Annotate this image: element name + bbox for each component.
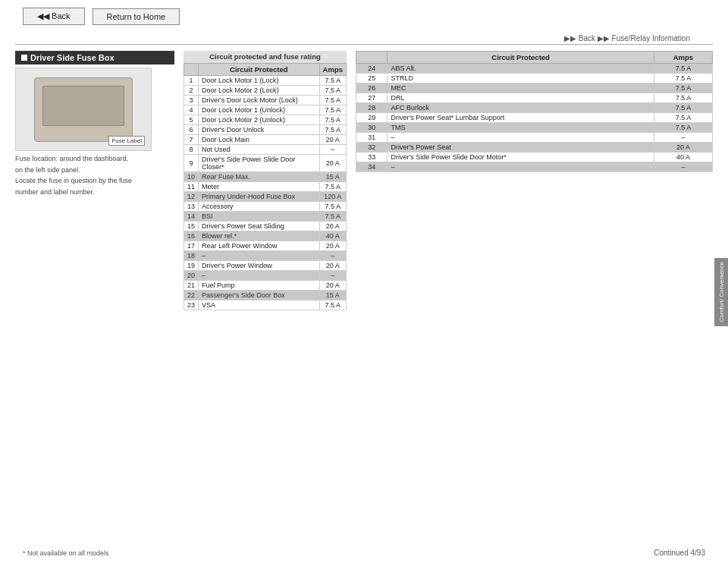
col-num-header	[184, 64, 199, 76]
row-amps: 7.5 A	[319, 212, 346, 222]
row-amps: 7.5 A	[654, 93, 712, 103]
row-amps: 7.5 A	[654, 113, 712, 123]
table-row: 1 Door Lock Motor 1 (Lock) 7.5 A	[184, 76, 347, 86]
row-num: 11	[184, 182, 199, 192]
row-circuit: VSA	[199, 300, 320, 310]
table-row: 8 Not Used –	[184, 145, 347, 155]
row-num: 1	[184, 76, 199, 86]
row-amps: 7.5 A	[319, 182, 346, 192]
row-amps: 20 A	[654, 143, 712, 153]
table-row: 5 Door Lock Motor 2 (Unlock) 7.5 A	[184, 115, 347, 125]
table-row: 20 – –	[184, 271, 347, 281]
row-num: 13	[184, 202, 199, 212]
side-tab-label: Comfort/ Convenience	[718, 262, 725, 322]
row-circuit: Driver's Power Window	[199, 261, 320, 271]
row-circuit: Driver's Side Power Slide Door Closer*	[199, 155, 320, 172]
row-amps: 7.5 A	[319, 125, 346, 135]
row-circuit: Blower rel.*	[199, 231, 320, 241]
back-button[interactable]: ◀◀ Back	[23, 8, 85, 25]
table-row: 21 Fuel Pump 20 A	[184, 281, 347, 291]
row-amps: 7.5 A	[319, 105, 346, 115]
row-num: 29	[356, 113, 388, 123]
middle-fuse-table: Circuit Protected Amps 1 Door Lock Motor…	[184, 63, 347, 310]
row-num: 17	[184, 241, 199, 251]
row-amps: 20 A	[319, 222, 346, 231]
row-num: 6	[184, 125, 199, 135]
fuse-image: Fuse Label	[15, 68, 152, 151]
row-circuit: TMS	[388, 123, 654, 133]
row-num: 32	[356, 143, 388, 153]
table-row: 13 Accessory 7.5 A	[184, 202, 347, 212]
row-amps: 40 A	[319, 231, 346, 241]
row-num: 10	[184, 172, 199, 182]
row-circuit: Door Lock Motor 2 (Unlock)	[199, 115, 320, 125]
row-circuit: STRLD	[388, 74, 654, 83]
row-amps: 20 A	[319, 135, 346, 145]
row-circuit: BSI	[199, 212, 320, 222]
row-amps: 7.5 A	[319, 202, 346, 212]
right-fuse-table: Circuit Protected Amps 24 ABS Alt. 7.5 A…	[356, 51, 713, 172]
table-row: 16 Blower rel.* 40 A	[184, 231, 347, 241]
table-row: 30 TMS 7.5 A	[356, 123, 713, 133]
home-button[interactable]: Return to Home	[93, 8, 180, 25]
table-row: 23 VSA 7.5 A	[184, 300, 347, 310]
row-num: 9	[184, 155, 199, 172]
row-num: 20	[184, 271, 199, 281]
row-circuit: –	[199, 271, 320, 281]
row-amps: –	[654, 162, 712, 172]
row-amps: 20 A	[319, 241, 346, 251]
table-row: 15 Driver's Power Seat Sliding 20 A	[184, 222, 347, 231]
middle-panel: Circuit protected and fuse rating Circui…	[184, 51, 347, 310]
table-row: 7 Door Lock Main 20 A	[184, 135, 347, 145]
row-amps: 15 A	[319, 172, 346, 182]
row-circuit: Door Lock Motor 1 (Lock)	[199, 76, 320, 86]
row-amps: 20 A	[319, 261, 346, 271]
table-row: 33 Driver's Side Power Slide Door Motor*…	[356, 153, 713, 162]
side-tab: Comfort/ Convenience	[714, 258, 728, 326]
table-row: 11 Meter 7.5 A	[184, 182, 347, 192]
fuse-graphic	[34, 77, 133, 142]
row-amps: 7.5 A	[654, 64, 712, 74]
table-row: 26 MEC 7.5 A	[356, 83, 713, 93]
row-circuit: Rear Fuse Max.	[199, 172, 320, 182]
table-row: 28 AFC Burlock 7.5 A	[356, 103, 713, 113]
title-square	[21, 55, 27, 61]
row-num: 30	[356, 123, 388, 133]
row-circuit: Fuel Pump	[199, 281, 320, 291]
row-num: 31	[356, 133, 388, 143]
row-num: 24	[356, 64, 388, 74]
row-circuit: MEC	[388, 83, 654, 93]
row-circuit: Primary Under-Hood Fuse Box	[199, 192, 320, 202]
row-amps: 40 A	[654, 153, 712, 162]
row-num: 8	[184, 145, 199, 155]
right-col-num-header	[356, 52, 388, 64]
row-circuit: Door Lock Main	[199, 135, 320, 145]
row-num: 15	[184, 222, 199, 231]
row-circuit: DRL	[388, 93, 654, 103]
row-num: 19	[184, 261, 199, 271]
row-amps: 7.5 A	[654, 123, 712, 133]
row-circuit: Driver's Door Lock Motor (Lock)	[199, 96, 320, 105]
top-nav: ◀◀ Back Return to Home	[0, 0, 728, 33]
row-num: 4	[184, 105, 199, 115]
row-num: 22	[184, 291, 199, 300]
row-amps: 20 A	[319, 281, 346, 291]
row-num: 18	[184, 251, 199, 261]
row-num: 7	[184, 135, 199, 145]
row-circuit: Meter	[199, 182, 320, 192]
row-amps: 7.5 A	[654, 83, 712, 93]
row-amps: 7.5 A	[319, 96, 346, 105]
table-row: 18 – –	[184, 251, 347, 261]
table-row: 25 STRLD 7.5 A	[356, 74, 713, 83]
row-circuit: AFC Burlock	[388, 103, 654, 113]
col-amps-header: Amps	[319, 64, 346, 76]
col-circuit-header: Circuit Protected	[199, 64, 320, 76]
table-row: 22 Passenger's Side Door Box 15 A	[184, 291, 347, 300]
row-amps: 120 A	[319, 192, 346, 202]
row-amps: 20 A	[319, 155, 346, 172]
row-amps: 7.5 A	[319, 115, 346, 125]
row-amps: 7.5 A	[319, 300, 346, 310]
table-row: 32 Driver's Power Seat 20 A	[356, 143, 713, 153]
table-row: 29 Driver's Power Seat* Lumbar Support 7…	[356, 113, 713, 123]
main-content: Driver Side Fuse Box Fuse Label Fuse loc…	[0, 45, 728, 310]
